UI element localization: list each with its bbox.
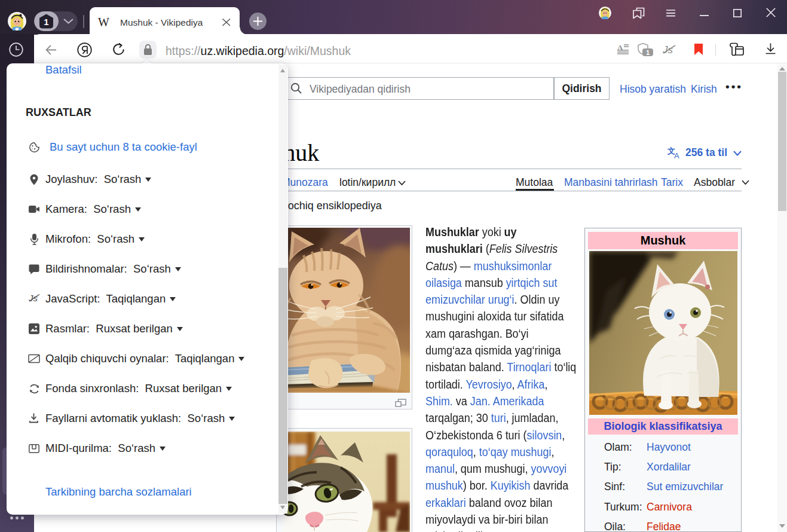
svg-text:A: A	[617, 44, 623, 52]
svg-text:A: A	[674, 151, 679, 159]
svg-text:Js: Js	[29, 293, 38, 303]
svg-text:Js: Js	[663, 44, 673, 55]
svg-text:1: 1	[44, 17, 48, 27]
svg-text:1: 1	[646, 49, 650, 56]
